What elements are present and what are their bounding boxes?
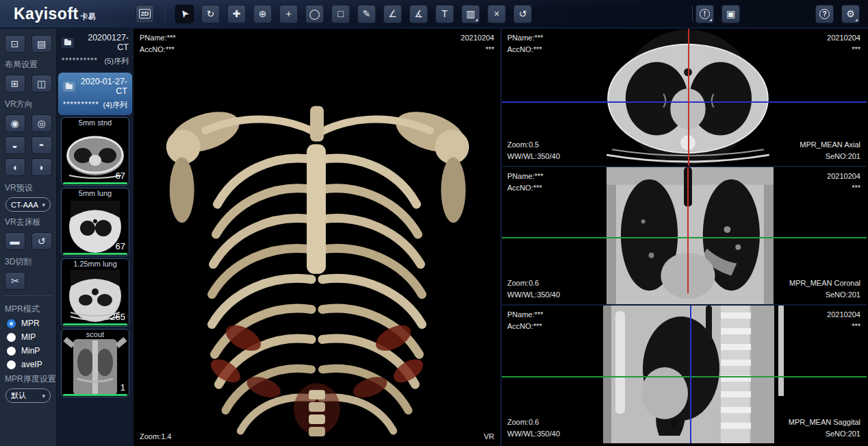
vr-posterior-icon: ◎ bbox=[37, 118, 45, 129]
restore-bed-button[interactable]: ↺ bbox=[31, 232, 52, 250]
coronal-viewport[interactable]: PName:*** AccNO:*** 20210204 *** Zoom:0.… bbox=[502, 167, 867, 306]
mpr-thickness-select[interactable]: 默认 ▾ bbox=[5, 388, 51, 403]
study-item-20200127[interactable]: 20200127-CT ********** (5)序列 bbox=[57, 29, 133, 71]
tool-view-2d[interactable]: 2D bbox=[136, 5, 154, 23]
vr-stars: *** bbox=[461, 44, 494, 55]
study-item-2020-01-27[interactable]: 2020-01-27-CT ********** (4)序列 bbox=[58, 73, 132, 115]
radio-dot-mpr bbox=[7, 319, 16, 328]
vr-left-icon: ◖ bbox=[12, 162, 17, 173]
tool-measure-list[interactable]: ▥ bbox=[461, 5, 480, 23]
series-thumbnail-125mm-lung[interactable]: 1.25mm lung 265 bbox=[61, 258, 129, 327]
tool-help[interactable]: ? bbox=[815, 5, 834, 23]
vr-preset-select[interactable]: CT-AAA ▾ bbox=[5, 197, 51, 212]
vr-zoom: Zoom:1.4 bbox=[140, 431, 171, 443]
axial-title-overlay: MPR_MEAN Axial SeNO:201 bbox=[800, 139, 860, 162]
cobb-angle-icon: ∡ bbox=[414, 8, 423, 19]
layout-grid-button[interactable]: ⊞ bbox=[5, 75, 25, 92]
chevron-down-icon: ▾ bbox=[42, 393, 45, 399]
tool-rectangle[interactable]: □ bbox=[331, 5, 350, 23]
radio-label-mpr: MPR bbox=[21, 319, 40, 328]
radio-dot-minp bbox=[7, 347, 16, 356]
series-panel: 20200127-CT ********** (5)序列 2020-01-27-… bbox=[57, 29, 134, 446]
tool-reset[interactable]: ↺ bbox=[513, 5, 532, 23]
vr-anterior-button[interactable]: ◉ bbox=[5, 114, 25, 132]
coronal-accno: AccNO:*** bbox=[507, 182, 544, 194]
tool-pan[interactable]: ✚ bbox=[227, 5, 246, 23]
axial-crosshair-horizontal[interactable] bbox=[502, 101, 867, 103]
vr-right-button[interactable]: ◗ bbox=[31, 158, 52, 176]
corner-toolbar: ? ⚙ bbox=[815, 5, 860, 23]
tool-angle[interactable]: ∠ bbox=[383, 5, 402, 23]
vr-head-front-icon: ◒ bbox=[12, 140, 17, 151]
axial-wwwl: WW/WL:350/40 bbox=[507, 151, 560, 162]
thumbnail-progress-bar bbox=[63, 182, 127, 184]
coronal-crosshair-vertical[interactable] bbox=[687, 167, 689, 293]
pan-icon: ✚ bbox=[233, 8, 241, 19]
sagittal-title-overlay: MPR_MEAN Saggital SeNO:201 bbox=[789, 417, 860, 440]
thumbnail-slice-count: 67 bbox=[116, 241, 125, 251]
vr-head-back-button[interactable]: ◓ bbox=[31, 136, 52, 154]
sagittal-viewport[interactable]: PName:*** AccNO:*** 20210204 *** Zoom:0.… bbox=[502, 306, 867, 443]
vr-mode-overlay: VR bbox=[484, 431, 494, 443]
layout-grid-icon: ⊞ bbox=[11, 78, 19, 89]
series-thumbnail-5mm-stnd[interactable]: 5mm stnd 67 bbox=[61, 117, 129, 186]
tool-cursor[interactable]: ➤ bbox=[175, 5, 194, 23]
vr-posterior-button[interactable]: ◎ bbox=[31, 114, 52, 132]
tool-ellipse[interactable]: ◯ bbox=[305, 5, 324, 23]
axial-viewport[interactable]: PName:*** AccNO:*** 20210204 *** Zoom:0.… bbox=[502, 29, 867, 167]
sagittal-crosshair-horizontal[interactable] bbox=[502, 376, 867, 377]
tool-text[interactable]: T bbox=[435, 5, 454, 23]
thumbnail-slice-count: 265 bbox=[110, 312, 125, 322]
vr-head-front-button[interactable]: ◒ bbox=[5, 136, 25, 154]
layout-split-button[interactable]: ◫ bbox=[31, 75, 52, 92]
tool-info[interactable]: ! bbox=[695, 5, 714, 23]
cut-knife-button[interactable]: ✂ bbox=[5, 272, 25, 290]
vr-accno: AccNO:*** bbox=[140, 44, 176, 55]
sagittal-crosshair-vertical[interactable] bbox=[690, 306, 691, 443]
text-icon: T bbox=[442, 8, 448, 19]
vr-date: 20210204 bbox=[461, 32, 494, 44]
coronal-crosshair-horizontal[interactable] bbox=[502, 237, 867, 238]
radio-mpr[interactable]: MPR bbox=[0, 317, 56, 330]
brand-text: Kayisoft bbox=[14, 5, 79, 23]
layout-panel-button[interactable]: ▤ bbox=[31, 35, 52, 53]
knife-icon: ✂ bbox=[11, 275, 19, 286]
coronal-zoom-overlay: Zoom:0.6 WW/WL:350/40 bbox=[507, 277, 560, 301]
radio-label-minp: MinP bbox=[21, 346, 40, 356]
series-thumbnail-scout[interactable]: scout 1 bbox=[61, 329, 129, 397]
radio-dot-aveip bbox=[7, 360, 16, 369]
app-logo: Kayisoft 卡易 bbox=[0, 5, 136, 23]
vr-viewport[interactable]: PName:*** AccNO:*** 20210204 *** Zoom:1.… bbox=[134, 29, 502, 446]
thumbnail-label: 5mm stnd bbox=[62, 119, 129, 127]
tool-delete[interactable]: × bbox=[487, 5, 506, 23]
tool-cobb-angle[interactable]: ∡ bbox=[409, 5, 428, 23]
radio-minp[interactable]: MinP bbox=[0, 344, 56, 358]
axial-crosshair-vertical[interactable] bbox=[688, 29, 689, 166]
layout-panel-icon: ▤ bbox=[37, 38, 46, 49]
radio-aveip[interactable]: aveIP bbox=[0, 358, 56, 371]
vr-anterior-icon: ◉ bbox=[10, 118, 18, 129]
thumbnail-progress-bar bbox=[63, 323, 127, 325]
tool-settings[interactable]: ⚙ bbox=[841, 5, 860, 23]
thumbnail-label: 1.25mm lung bbox=[62, 260, 129, 268]
tool-save[interactable]: ▣ bbox=[722, 5, 740, 23]
tool-rotate-3d[interactable]: ↻ bbox=[201, 5, 220, 23]
coronal-seno: SeNO:201 bbox=[789, 289, 860, 301]
tool-zoom[interactable]: ⊕ bbox=[253, 5, 272, 23]
sagittal-zoom: Zoom:0.6 bbox=[507, 417, 560, 428]
sagittal-accno: AccNO:*** bbox=[507, 321, 544, 332]
vr-left-button[interactable]: ◖ bbox=[5, 158, 25, 176]
tool-pencil[interactable]: ✎ bbox=[357, 5, 376, 23]
help-icon: ? bbox=[819, 9, 830, 19]
series-thumbnail-5mm-lung[interactable]: 5mm lung 67 bbox=[61, 188, 129, 256]
cut3d-label: 3D切割 bbox=[0, 254, 56, 269]
info-icon: ! bbox=[700, 9, 710, 19]
radio-mip[interactable]: MIP bbox=[0, 330, 56, 344]
vr-pname: PName:*** bbox=[140, 32, 176, 44]
layout-split-icon: ◫ bbox=[37, 78, 46, 89]
layout-report-button[interactable]: ⊡ bbox=[5, 35, 25, 53]
coronal-date: 20210204 bbox=[827, 171, 860, 182]
remove-bed-button[interactable]: ▬ bbox=[5, 232, 25, 250]
tool-crosshair[interactable]: + bbox=[279, 5, 298, 23]
vr-preset-label: VR预设 bbox=[0, 180, 56, 195]
